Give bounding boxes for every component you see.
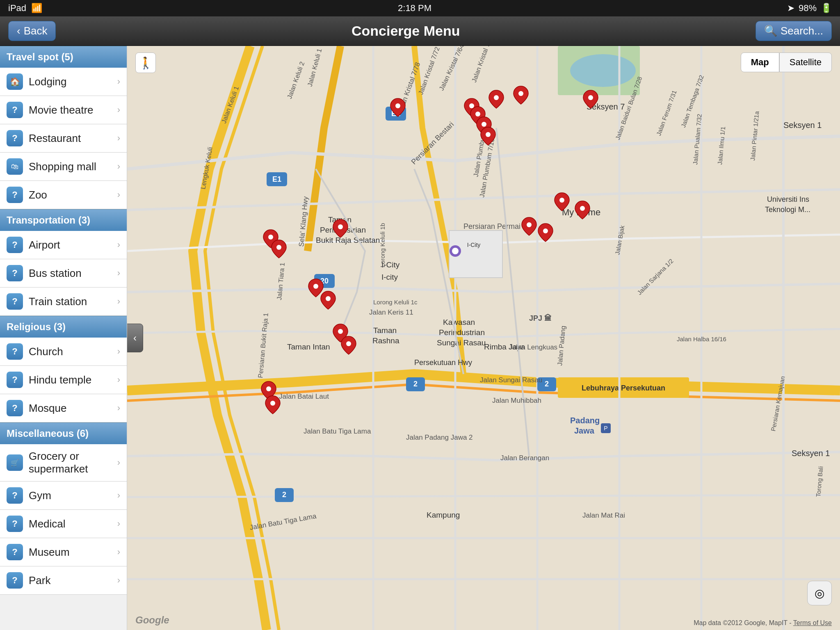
map-svg: Lebuhraya Persekutuan Jalan Kristal <box>127 46 840 630</box>
svg-point-102 <box>338 329 343 334</box>
svg-point-98 <box>276 245 281 250</box>
question-icon: ? <box>7 130 23 146</box>
list-item-left-restaurant: ?Restaurant <box>7 130 81 146</box>
chevron-icon-hindu-temple: › <box>117 374 120 385</box>
main-layout: Travel spot (5)🏠Lodging›?Movie theatre›?… <box>0 46 840 630</box>
svg-text:Jalan Muhibbah: Jalan Muhibbah <box>492 397 541 404</box>
list-item-church[interactable]: ?Church› <box>0 338 127 366</box>
list-item-gym[interactable]: ?Gym› <box>0 482 127 510</box>
list-item-left-airport: ?Airport <box>7 237 60 253</box>
map-view-button[interactable]: Map <box>741 52 779 72</box>
list-item-left-shopping-mall: 🛍Shopping mall <box>7 158 96 175</box>
item-label-zoo: Zoo <box>29 189 47 201</box>
svg-text:Jalan Halba 16/16: Jalan Halba 16/16 <box>677 336 726 342</box>
collapse-sidebar-button[interactable]: ‹ <box>127 324 143 352</box>
list-item-park[interactable]: ?Park› <box>0 566 127 595</box>
section-header-religious: Religious (3) <box>0 316 127 338</box>
list-item-left-park: ?Park <box>7 572 50 589</box>
chevron-icon-medical: › <box>117 518 120 529</box>
list-item-left-train-station: ?Train station <box>7 293 87 310</box>
list-item-grocery[interactable]: 🛒Grocery or supermarket› <box>0 444 127 482</box>
search-label: Search... <box>781 25 823 37</box>
chevron-icon-gym: › <box>117 490 120 501</box>
svg-text:2: 2 <box>545 380 549 388</box>
svg-text:Seksyen 1: Seksyen 1 <box>792 449 830 458</box>
list-item-train-station[interactable]: ?Train station› <box>0 288 127 316</box>
list-item-left-medical: ?Medical <box>7 516 66 532</box>
chevron-icon-park: › <box>117 575 120 586</box>
svg-text:Perindustrian: Perindustrian <box>439 328 485 337</box>
question-icon: ? <box>7 516 23 532</box>
svg-text:Kawasan: Kawasan <box>443 318 475 326</box>
svg-point-85 <box>395 103 400 108</box>
question-icon: ? <box>7 544 23 560</box>
svg-text:Teknologi M...: Teknologi M... <box>765 205 810 214</box>
svg-text:Lebuhraya Persekutuan: Lebuhraya Persekutuan <box>582 384 665 392</box>
item-label-grocery: Grocery or supermarket <box>29 450 117 475</box>
shopping-icon: 🛍 <box>7 158 23 175</box>
satellite-view-button[interactable]: Satellite <box>779 52 832 72</box>
chevron-icon-shopping-mall: › <box>117 161 120 172</box>
chevron-icon-museum: › <box>117 547 120 557</box>
grocery-icon: 🛒 <box>7 454 23 471</box>
chevron-icon-airport: › <box>117 240 120 250</box>
map-controls: Map Satellite <box>741 52 832 72</box>
question-icon: ? <box>7 237 23 253</box>
item-label-restaurant: Restaurant <box>29 132 81 145</box>
svg-text:2: 2 <box>282 491 286 499</box>
list-item-left-mosque: ?Mosque <box>7 400 67 416</box>
svg-point-103 <box>346 341 351 346</box>
section-header-transportation: Transportation (3) <box>0 209 127 231</box>
list-item-left-gym: ?Gym <box>7 487 51 504</box>
svg-point-104 <box>266 386 271 391</box>
svg-text:Lorong Keluli 1c: Lorong Keluli 1c <box>373 299 418 306</box>
svg-text:Persiaran Permai: Persiaran Permai <box>463 222 520 231</box>
svg-point-100 <box>313 284 318 289</box>
list-item-medical[interactable]: ?Medical› <box>0 510 127 538</box>
svg-point-97 <box>268 235 273 240</box>
chevron-icon-train-station: › <box>117 296 120 307</box>
question-icon: ? <box>7 572 23 589</box>
list-item-left-zoo: ?Zoo <box>7 187 47 203</box>
svg-text:I-city: I-city <box>381 273 398 281</box>
back-button[interactable]: ‹ Back <box>8 21 56 41</box>
wifi-icon: 📶 <box>31 3 42 14</box>
chevron-icon-zoo: › <box>117 189 120 200</box>
svg-text:Padang: Padang <box>570 416 600 425</box>
list-item-hindu-temple[interactable]: ?Hindu temple› <box>0 366 127 394</box>
list-item-lodging[interactable]: 🏠Lodging› <box>0 68 127 96</box>
question-icon: ? <box>7 265 23 281</box>
list-item-restaurant[interactable]: ?Restaurant› <box>0 124 127 153</box>
back-label: Back <box>24 25 48 37</box>
battery-icon: 🔋 <box>821 3 832 14</box>
svg-point-86 <box>469 103 474 108</box>
svg-text:Jalan Lengkuas: Jalan Lengkuas <box>509 343 557 351</box>
svg-text:2: 2 <box>413 380 418 388</box>
list-item-left-hindu-temple: ?Hindu temple <box>7 372 91 388</box>
list-item-shopping-mall[interactable]: 🛍Shopping mall› <box>0 153 127 181</box>
search-button[interactable]: 🔍 Search... <box>756 21 832 41</box>
list-item-movie-theatre[interactable]: ?Movie theatre› <box>0 96 127 124</box>
list-item-airport[interactable]: ?Airport› <box>0 231 127 259</box>
question-icon: ? <box>7 372 23 388</box>
nav-bar: ‹ Back Concierge Menu 🔍 Search... <box>0 16 840 46</box>
question-icon: ? <box>7 400 23 416</box>
list-item-zoo[interactable]: ?Zoo› <box>0 181 127 209</box>
list-item-mosque[interactable]: ?Mosque› <box>0 394 127 422</box>
location-button[interactable]: ◎ <box>807 581 832 605</box>
svg-point-99 <box>338 224 343 229</box>
terms-of-use-link[interactable]: Terms of Use <box>793 619 832 626</box>
svg-text:Jalan Mat Rai: Jalan Mat Rai <box>582 511 625 519</box>
item-label-medical: Medical <box>29 518 66 530</box>
question-icon: ? <box>7 102 23 118</box>
svg-point-95 <box>527 222 532 227</box>
pegman-button[interactable]: 🚶 <box>135 52 156 73</box>
item-label-hindu-temple: Hindu temple <box>29 374 91 386</box>
svg-point-88 <box>518 91 523 96</box>
item-label-church: Church <box>29 345 63 358</box>
svg-text:Jalan Batai Laut: Jalan Batai Laut <box>279 393 329 400</box>
list-item-museum[interactable]: ?Museum› <box>0 538 127 566</box>
svg-text:E1: E1 <box>272 175 281 183</box>
list-item-bus-station[interactable]: ?Bus station› <box>0 259 127 288</box>
chevron-icon-movie-theatre: › <box>117 105 120 115</box>
